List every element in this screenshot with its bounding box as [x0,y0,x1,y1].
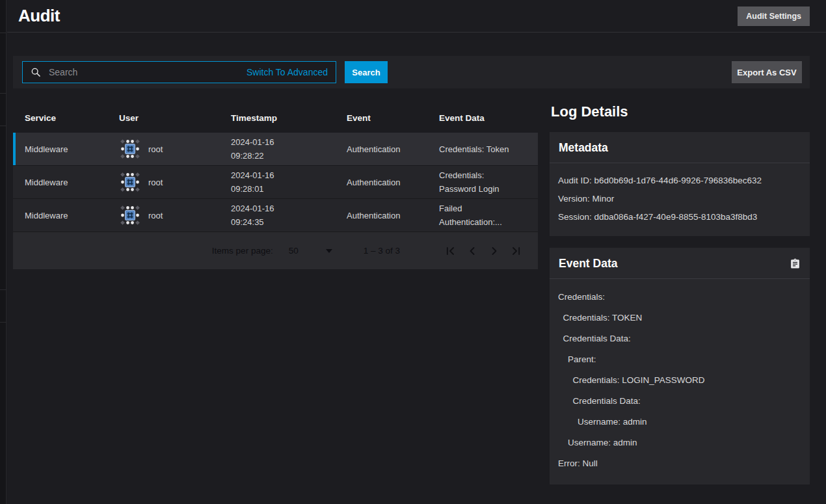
cell-user-name: root [148,144,163,154]
copy-json-button[interactable] [790,258,801,269]
table-header-row: Service User Timestamp Event Event Data [13,103,538,133]
cell-service: Middleware [25,142,119,157]
cell-timestamp: 2024-01-16 09:28:22 [231,133,347,165]
search-toolbar: Switch To Advanced Search Export As CSV [13,56,810,88]
clipboard-icon [790,261,801,271]
event-data-tree-line: Username: admin [558,432,801,453]
event-data-tree-line: Credentials: [558,287,801,308]
sidebar-edge-divider [0,126,7,126]
metadata-line: Audit ID: b6d0b69d-1d76-44d6-9926-796836… [558,172,801,190]
cell-event-data: Credentials: Token [439,140,538,159]
sidebar-edge-divider [0,322,7,323]
sidebar-edge-divider [0,289,7,290]
event-data-line: Authentication:... [439,215,534,229]
column-header-timestamp: Timestamp [231,113,347,123]
table-paginator: Items per page: 50 1 – 3 of 3 [13,232,538,269]
user-identicon-icon [119,138,141,160]
pagination-next-button[interactable] [488,245,501,258]
search-button[interactable]: Search [345,61,388,83]
metadata-card-title: Metadata [559,141,608,155]
chevron-down-icon [326,249,332,253]
timestamp-time: 09:24:35 [231,215,343,229]
sidebar-edge-divider [0,33,7,33]
audit-settings-button[interactable]: Audit Settings [738,7,810,26]
cell-event: Authentication [347,175,439,190]
audit-page: Audit Audit Settings Switch To Advanced … [7,0,826,504]
pagination-prev-button[interactable] [466,245,479,258]
column-header-user: User [119,113,231,123]
page-title: Audit [18,6,60,26]
cell-user-name: root [148,211,163,220]
cell-user-name: root [148,178,163,187]
event-data-line: Credentials: Token [439,142,534,156]
items-per-page-label: Items per page: [212,246,273,256]
search-input-container: Switch To Advanced [22,61,336,83]
event-data-line: Credentials: [439,168,534,182]
metadata-line: Session: ddba086a-f427-40e9-8855-8103ba3… [558,208,801,226]
metadata-card: Metadata Audit ID: b6d0b69d-1d76-44d6-99… [550,132,810,236]
timestamp-time: 09:28:01 [231,182,343,196]
export-csv-button[interactable]: Export As CSV [732,61,802,83]
switch-to-advanced-link[interactable]: Switch To Advanced [246,67,328,77]
column-header-event-data: Event Data [439,113,538,123]
user-identicon-icon [119,204,141,226]
log-details-panel: Log Details Metadata Audit ID: b6d0b69d-… [550,103,810,496]
table-row[interactable]: Middleware root 2024-01-16 09:28:22 [13,133,538,165]
audit-table: Service User Timestamp Event Event Data … [13,103,538,269]
cell-event: Authentication [347,208,439,223]
event-data-tree-line: Error: Null [558,453,801,474]
cell-event: Authentication [347,142,439,157]
event-data-tree-line: Parent: [558,349,801,370]
cell-event-data: FailedAuthentication:... [439,199,538,232]
cell-service: Middleware [25,175,119,190]
event-data-line: Password Login [439,182,534,196]
sidebar-edge [0,0,7,504]
event-data-card: Event Data [550,248,810,484]
cell-event-data: Credentials:Password Login [439,166,538,198]
search-input[interactable] [47,66,240,78]
timestamp-date: 2024-01-16 [231,202,343,215]
items-per-page-value: 50 [289,246,299,256]
cell-user: root [119,171,231,193]
timestamp-date: 2024-01-16 [231,135,343,149]
timestamp-time: 09:28:22 [231,149,343,163]
metadata-line: Version: Minor [558,190,801,208]
event-data-tree-line: Credentials: TOKEN [558,308,801,328]
event-data-tree-line: Credentials: LOGIN_PASSWORD [558,370,801,391]
log-details-title: Log Details [551,103,810,121]
paginator-range-label: 1 – 3 of 3 [364,246,400,256]
table-row[interactable]: Middleware root 2024-01-16 09:28:01 [13,165,538,198]
event-data-tree-line: Credentials Data: [558,391,801,412]
event-data-body: Credentials:Credentials: TOKENCredential… [550,279,810,484]
column-header-event: Event [347,113,439,123]
cell-timestamp: 2024-01-16 09:24:35 [231,199,347,232]
metadata-body: Audit ID: b6d0b69d-1d76-44d6-9926-796836… [550,163,810,236]
table-body: Middleware root 2024-01-16 09:28:22 [13,133,538,232]
event-data-tree-line: Credentials Data: [558,328,801,349]
cell-service: Middleware [25,208,119,223]
table-row[interactable]: Middleware root 2024-01-16 09:24:35 [13,198,538,232]
cell-timestamp: 2024-01-16 09:28:01 [231,166,347,198]
user-identicon-icon [119,171,141,193]
timestamp-date: 2024-01-16 [231,168,343,182]
items-per-page-select[interactable]: 50 [289,246,332,256]
sidebar-edge-divider [0,93,7,94]
column-header-service: Service [25,113,119,123]
page-header: Audit Audit Settings [7,0,826,33]
cell-user: root [119,204,231,226]
event-data-line: Failed [439,202,534,215]
cell-user: root [119,138,231,160]
event-data-tree-line: Username: admin [558,412,801,432]
search-icon [31,67,41,77]
event-data-card-title: Event Data [559,257,617,271]
pagination-first-button[interactable] [444,245,457,258]
pagination-last-button[interactable] [510,245,523,258]
